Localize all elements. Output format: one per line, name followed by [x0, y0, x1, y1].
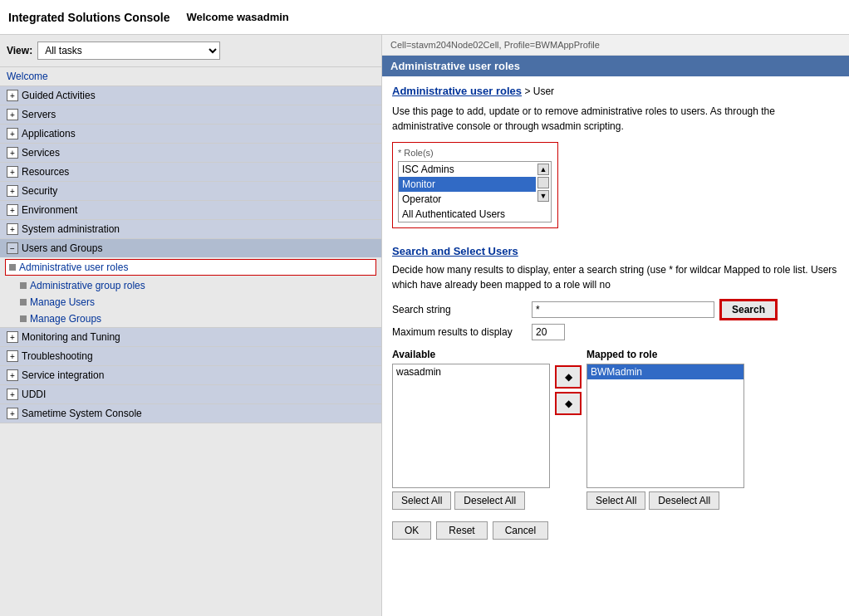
description: Use this page to add, update or to remov…: [392, 104, 839, 134]
breadcrumb: Cell=stavm204Node02Cell, Profile=BWMAppP…: [382, 35, 849, 56]
nav-item-servers: + Servers: [0, 105, 381, 125]
mapped-label: Mapped to role: [586, 349, 744, 360]
nav-item-service-integration: + Service integration: [0, 366, 381, 385]
available-list: wasadmin: [392, 364, 550, 488]
nav-item-resources: + Resources: [0, 163, 381, 182]
select-all-mapped-button[interactable]: Select All: [586, 491, 645, 510]
sidebar-label-users-and-groups: Users and Groups: [22, 242, 102, 254]
bottom-buttons: OK Reset Cancel: [392, 521, 839, 540]
deselect-all-mapped-button[interactable]: Deselect All: [649, 491, 719, 510]
sidebar-label-uddi: UDDI: [22, 389, 46, 400]
plus-icon: +: [7, 128, 18, 139]
roles-list: ISC Admins Monitor Operator All Authenti…: [399, 162, 536, 222]
cancel-button[interactable]: Cancel: [493, 521, 548, 540]
nav-item-users-and-groups: − Users and Groups Administrative user r…: [0, 239, 381, 328]
role-item-isc-admins[interactable]: ISC Admins: [399, 162, 536, 177]
plus-icon: +: [7, 389, 18, 400]
app-logo: Integrated Solutions Console: [8, 11, 169, 24]
role-item-all-auth[interactable]: All Authenticated Users: [399, 207, 536, 222]
page-title-link[interactable]: Administrative user roles: [392, 85, 522, 97]
page-header: Administrative user roles: [382, 56, 849, 76]
sidebar-item-users-and-groups[interactable]: − Users and Groups: [0, 239, 381, 257]
sidebar-item-environment[interactable]: + Environment: [0, 201, 381, 219]
sidebar-label-manage-users: Manage Users: [30, 296, 95, 308]
sidebar-label-resources: Resources: [22, 166, 69, 178]
move-right-button[interactable]: ◆: [555, 365, 582, 389]
available-item-wasadmin[interactable]: wasadmin: [393, 364, 549, 379]
sidebar-sub-admin-group-roles[interactable]: Administrative group roles: [0, 277, 381, 294]
plus-icon: +: [7, 369, 18, 381]
nav-item-services: + Services: [0, 144, 381, 163]
search-section-title[interactable]: Search and Select Users: [392, 245, 839, 257]
scroll-up-btn[interactable]: ▲: [537, 164, 549, 175]
view-label: View:: [7, 45, 32, 56]
plus-icon: +: [7, 350, 18, 362]
role-item-operator[interactable]: Operator: [399, 192, 536, 207]
sidebar-sub-manage-users[interactable]: Manage Users: [0, 294, 381, 310]
roles-listbox: ISC Admins Monitor Operator All Authenti…: [398, 161, 552, 222]
view-select[interactable]: All tasks: [37, 42, 220, 60]
sidebar-label-servers: Servers: [22, 109, 56, 120]
search-input[interactable]: [532, 301, 714, 318]
plus-icon: +: [7, 408, 18, 419]
sidebar-label-admin-user-roles: Administrative user roles: [19, 262, 128, 273]
main-layout: View: All tasks Welcome + Guided Activit…: [0, 35, 849, 616]
sidebar-label-services: Services: [22, 147, 60, 159]
scroll-down-btn[interactable]: ▼: [537, 190, 549, 202]
sidebar-item-service-integration[interactable]: + Service integration: [0, 366, 381, 384]
select-all-available-button[interactable]: Select All: [392, 491, 451, 510]
main-content: Cell=stavm204Node02Cell, Profile=BWMAppP…: [382, 35, 849, 616]
max-results-label: Maximum results to display: [392, 326, 525, 338]
sidebar-item-guided-activities[interactable]: + Guided Activities: [0, 86, 381, 105]
sidebar-label-environment: Environment: [22, 204, 77, 216]
sidebar-item-resources[interactable]: + Resources: [0, 163, 381, 181]
scroll-mid-btn[interactable]: [537, 177, 549, 188]
page-title-separator: > User: [522, 86, 554, 97]
roles-scrollbar: ▲ ▼: [536, 162, 551, 222]
minus-icon: −: [7, 242, 18, 254]
sidebar-item-servers[interactable]: + Servers: [0, 105, 381, 124]
sidebar-sub-manage-groups[interactable]: Manage Groups: [0, 310, 381, 327]
sidebar-item-services[interactable]: + Services: [0, 144, 381, 162]
sidebar-item-security[interactable]: + Security: [0, 182, 381, 200]
max-results-input[interactable]: [532, 324, 565, 340]
search-string-row: Search string Search: [392, 301, 839, 319]
transfer-section: Available wasadmin Select All Deselect A…: [392, 349, 839, 510]
sidebar-item-troubleshooting[interactable]: + Troubleshooting: [0, 347, 381, 365]
reset-button[interactable]: Reset: [436, 521, 487, 540]
sidebar-label-security: Security: [22, 185, 57, 197]
available-btn-row: Select All Deselect All: [392, 491, 550, 510]
bullet-icon: [20, 299, 27, 306]
available-col: Available wasadmin Select All Deselect A…: [392, 349, 550, 510]
nav-section-welcome: Welcome: [0, 67, 381, 86]
plus-icon: +: [7, 90, 18, 101]
bullet-icon: [20, 282, 27, 289]
sidebar-item-applications[interactable]: + Applications: [0, 125, 381, 143]
sidebar-label-applications: Applications: [22, 128, 76, 139]
sidebar-label-admin-group-roles: Administrative group roles: [30, 280, 145, 291]
sidebar-sub-admin-user-roles[interactable]: Administrative user roles: [5, 259, 376, 276]
nav-item-uddi: + UDDI: [0, 385, 381, 404]
move-right-icon: ◆: [565, 371, 572, 383]
mapped-item-bwmadmin[interactable]: BWMadmin: [587, 364, 743, 379]
deselect-all-available-button[interactable]: Deselect All: [454, 491, 525, 510]
sidebar-label-guided-activities: Guided Activities: [22, 90, 96, 101]
nav-item-applications: + Applications: [0, 125, 381, 144]
sidebar-item-system-admin[interactable]: + System administration: [0, 220, 381, 238]
nav-item-guided-activities: + Guided Activities: [0, 86, 381, 105]
ok-button[interactable]: OK: [392, 521, 431, 540]
nav-item-monitoring: + Monitoring and Tuning: [0, 328, 381, 347]
sidebar-label-service-integration: Service integration: [22, 369, 104, 381]
search-button[interactable]: Search: [721, 301, 776, 319]
sidebar-item-welcome[interactable]: Welcome: [0, 67, 381, 86]
sidebar-item-monitoring[interactable]: + Monitoring and Tuning: [0, 328, 381, 346]
sidebar-label-system-admin: System administration: [22, 223, 120, 235]
nav-item-environment: + Environment: [0, 201, 381, 220]
sidebar-item-sametime[interactable]: + Sametime System Console: [0, 404, 381, 423]
sidebar-item-uddi[interactable]: + UDDI: [0, 385, 381, 403]
role-item-monitor[interactable]: Monitor: [399, 177, 536, 192]
search-desc: Decide how many results to display, ente…: [392, 262, 839, 292]
move-left-button[interactable]: ◆: [555, 392, 582, 415]
plus-icon: +: [7, 204, 18, 216]
max-results-row: Maximum results to display: [392, 324, 839, 340]
